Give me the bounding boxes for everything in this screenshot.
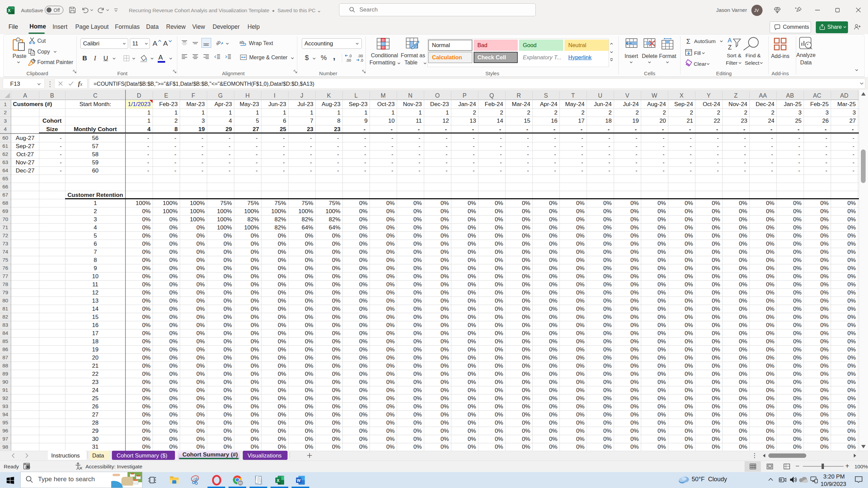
svg-text:.0: .0: [349, 54, 352, 58]
svg-text:A: A: [728, 37, 732, 44]
svg-text:Z: Z: [728, 44, 732, 51]
svg-text:X: X: [8, 8, 11, 13]
svg-text:.00: .00: [346, 58, 351, 62]
svg-text:X: X: [277, 478, 279, 483]
svg-text:.00: .00: [358, 54, 363, 58]
svg-text:.0: .0: [360, 58, 363, 62]
svg-text:ab: ab: [239, 40, 244, 45]
svg-text:W: W: [297, 478, 301, 483]
